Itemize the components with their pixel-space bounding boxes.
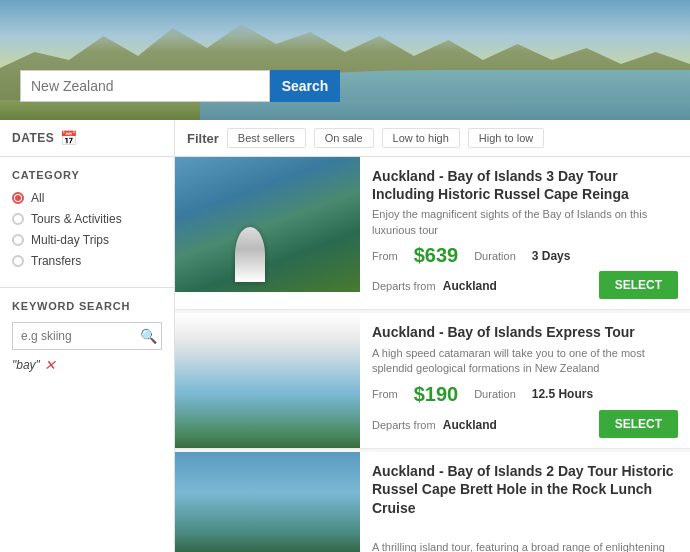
category-item-tours[interactable]: Tours & Activities <box>12 212 162 226</box>
departs-row-2: Departs from Auckland SELECT <box>372 410 678 438</box>
category-item-all[interactable]: All <box>12 191 162 205</box>
tour-meta-2: From $190 Duration 12.5 Hours <box>372 383 678 406</box>
category-label-transfers: Transfers <box>31 254 81 268</box>
tour-image-2 <box>175 313 360 448</box>
filter-low-to-high[interactable]: Low to high <box>382 128 460 148</box>
duration-label-1: Duration <box>474 250 516 262</box>
category-item-multiday[interactable]: Multi-day Trips <box>12 233 162 247</box>
filter-best-sellers[interactable]: Best sellers <box>227 128 306 148</box>
tour-card-3: Auckland - Bay of Islands 2 Day Tour His… <box>175 452 690 552</box>
radio-tours[interactable] <box>12 213 24 225</box>
search-input[interactable]: New Zealand <box>20 70 270 102</box>
keyword-input-wrap: 🔍 <box>12 322 162 350</box>
tour-image-1 <box>175 157 360 292</box>
from-label-2: From <box>372 388 398 400</box>
filter-on-sale[interactable]: On sale <box>314 128 374 148</box>
category-label-tours: Tours & Activities <box>31 212 122 226</box>
keyword-search-icon[interactable]: 🔍 <box>140 328 157 344</box>
price-1: $639 <box>414 244 459 267</box>
filter-high-to-low[interactable]: High to low <box>468 128 544 148</box>
tour-meta-1: From $639 Duration 3 Days <box>372 244 678 267</box>
duration-val-2: 12.5 Hours <box>532 387 593 401</box>
tour-title-3: Auckland - Bay of Islands 2 Day Tour His… <box>372 462 678 517</box>
keyword-tag: "bay" ✕ <box>12 358 162 372</box>
tour-desc-1: Enjoy the magnificent sights of the Bay … <box>372 207 678 238</box>
from-label-1: From <box>372 250 398 262</box>
departs-row-1: Departs from Auckland SELECT <box>372 271 678 299</box>
tour-card-2: Auckland - Bay of Islands Express Tour A… <box>175 313 690 449</box>
sidebar: DATES 📅 CATEGORY All Tours & Activities … <box>0 120 175 552</box>
search-button[interactable]: Search <box>270 70 340 102</box>
keyword-title: KEYWORD SEARCH <box>12 300 162 312</box>
tour-desc-2: A high speed catamaran will take you to … <box>372 346 678 377</box>
tour-info-3: Auckland - Bay of Islands 2 Day Tour His… <box>360 452 690 552</box>
hero-banner: New Zealand Search <box>0 0 690 120</box>
category-label-all: All <box>31 191 44 205</box>
tour-card-1: Auckland - Bay of Islands 3 Day Tour Inc… <box>175 157 690 310</box>
departs-from-1: Auckland <box>443 279 497 293</box>
category-item-transfers[interactable]: Transfers <box>12 254 162 268</box>
departs-text-2: Departs from Auckland <box>372 417 497 432</box>
departs-text-1: Departs from Auckland <box>372 278 497 293</box>
filter-bar: Filter Best sellers On sale Low to high … <box>175 120 690 157</box>
tour-desc-3: A thrilling island tour, featuring a bro… <box>372 540 678 552</box>
category-label-multiday: Multi-day Trips <box>31 233 109 247</box>
duration-label-2: Duration <box>474 388 516 400</box>
filter-label: Filter <box>187 131 219 146</box>
calendar-icon[interactable]: 📅 <box>60 130 77 146</box>
select-btn-1[interactable]: SELECT <box>599 271 678 299</box>
keyword-section: KEYWORD SEARCH 🔍 "bay" ✕ <box>0 288 174 384</box>
departs-label-2: Departs from <box>372 419 436 431</box>
duration-val-1: 3 Days <box>532 249 571 263</box>
tour-info-2: Auckland - Bay of Islands Express Tour A… <box>360 313 690 448</box>
dates-section: DATES 📅 <box>0 120 174 157</box>
radio-multiday[interactable] <box>12 234 24 246</box>
main-layout: DATES 📅 CATEGORY All Tours & Activities … <box>0 120 690 552</box>
tours-list: Auckland - Bay of Islands 3 Day Tour Inc… <box>175 157 690 552</box>
departs-label-1: Departs from <box>372 280 436 292</box>
search-bar: New Zealand Search <box>20 70 340 102</box>
radio-all[interactable] <box>12 192 24 204</box>
select-btn-2[interactable]: SELECT <box>599 410 678 438</box>
radio-transfers[interactable] <box>12 255 24 267</box>
tour-title-1: Auckland - Bay of Islands 3 Day Tour Inc… <box>372 167 678 203</box>
dates-label: DATES <box>12 131 54 145</box>
tour-title-2: Auckland - Bay of Islands Express Tour <box>372 323 678 341</box>
departs-from-2: Auckland <box>443 418 497 432</box>
keyword-remove-button[interactable]: ✕ <box>44 358 56 372</box>
tour-info-1: Auckland - Bay of Islands 3 Day Tour Inc… <box>360 157 690 309</box>
category-title: CATEGORY <box>12 169 162 181</box>
price-2: $190 <box>414 383 459 406</box>
keyword-tag-text: "bay" <box>12 358 40 372</box>
content-area: Filter Best sellers On sale Low to high … <box>175 120 690 552</box>
tour-image-3 <box>175 452 360 552</box>
category-section: CATEGORY All Tours & Activities Multi-da… <box>0 157 174 288</box>
